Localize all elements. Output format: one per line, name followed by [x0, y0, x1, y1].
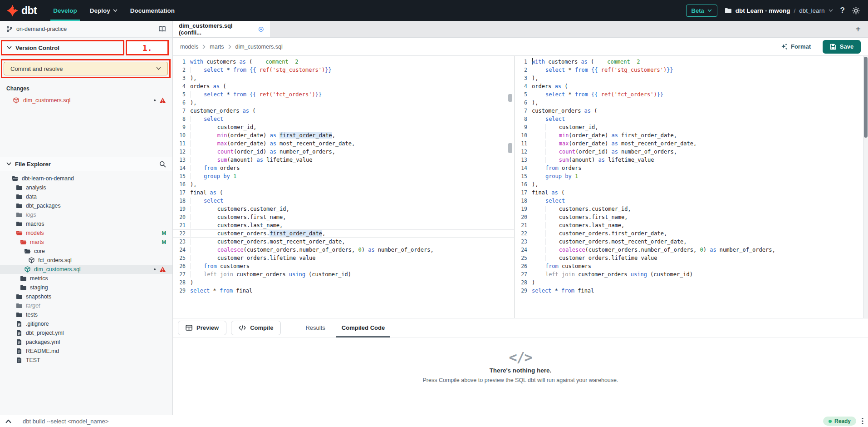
tree-item-dbt-packages[interactable]: dbt_packages [0, 201, 172, 210]
breadcrumb-item[interactable]: marts [210, 44, 224, 50]
commit-dropdown-chevron[interactable] [156, 67, 161, 70]
editor-pane-left[interactable]: 1with customers as ( -- comment 22 selec… [173, 56, 514, 318]
code-line[interactable]: 24 coalesce(customer_orders.number_of_or… [173, 246, 514, 254]
code-line[interactable]: 8 select [515, 115, 863, 123]
help-icon[interactable]: ? [840, 6, 845, 15]
code-line[interactable]: 3), [515, 74, 863, 82]
account-switcher[interactable]: dbt Learn - mwong / dbt_learn [725, 7, 833, 14]
code-line[interactable]: 17final as ( [515, 189, 863, 197]
tree-item-models[interactable]: modelsM [0, 228, 172, 238]
code-line[interactable]: 2 select * from {{ ref('stg_customers')}… [515, 66, 863, 74]
code-line[interactable]: 13 sum(amount) as lifetime_value [515, 156, 863, 164]
tab-compiled-code[interactable]: Compiled Code [336, 318, 390, 337]
search-icon[interactable] [159, 161, 166, 168]
tree-item-dbt-project-yml[interactable]: dbt_project.yml [0, 328, 172, 338]
code-line[interactable]: 16), [173, 180, 514, 189]
kebab-menu-icon[interactable] [862, 417, 863, 425]
code-line[interactable]: 27 left join customer_orders using (cust… [173, 270, 514, 278]
code-line[interactable]: 18 select [515, 197, 863, 205]
code-line[interactable]: 6), [173, 99, 514, 107]
code-line[interactable]: 25 customer_orders.lifetime_value [173, 254, 514, 262]
code-line[interactable]: 7customer_orders as ( [173, 107, 514, 115]
code-line[interactable]: 4orders as ( [173, 82, 514, 90]
tree-item-dbt-learn-on-demand[interactable]: dbt-learn-on-demand [0, 174, 172, 183]
tree-item-staging[interactable]: staging [0, 283, 172, 292]
code-line[interactable]: 15 group by 1 [515, 172, 863, 180]
dbt-logo[interactable]: dbt [6, 5, 37, 17]
breadcrumb-item[interactable]: dim_customers.sql [235, 44, 283, 50]
commit-and-resolve-button[interactable]: Commit and resolve [4, 62, 168, 75]
tab-results[interactable]: Results [300, 318, 330, 337]
code-line[interactable]: 18 select [173, 197, 514, 205]
tree-item-metrics[interactable]: metrics [0, 274, 172, 283]
code-line[interactable]: 3), [173, 74, 514, 82]
code-line[interactable]: 28) [173, 278, 514, 287]
code-line[interactable]: 14 from orders [515, 164, 863, 172]
save-button[interactable]: Save [823, 40, 861, 54]
code-line[interactable]: 10 min(order_date) as first_order_date, [515, 131, 863, 139]
editor-tab[interactable]: dim_customers.sql (confli... [173, 21, 270, 37]
code-line[interactable]: 11 max(order_date) as most_recent_order_… [173, 139, 514, 148]
tree-item-target[interactable]: target [0, 301, 172, 310]
code-line[interactable]: 13 sum(amount) as lifetime_value [173, 156, 514, 164]
nav-item-deploy[interactable]: Deploy [83, 0, 124, 21]
code-line[interactable]: 10 min(order_date) as first_order_date, [173, 131, 514, 139]
command-input[interactable]: dbt build --select <model_name> [23, 418, 108, 425]
tree-item-dim-customers-sql[interactable]: dim_customers.sql [0, 265, 172, 274]
code-line[interactable]: 27 left join customer_orders using (cust… [515, 270, 863, 278]
code-line[interactable]: 17final as ( [173, 189, 514, 197]
tree-item-fct-orders-sql[interactable]: fct_orders.sql [0, 256, 172, 265]
code-line[interactable]: 12 count(order_id) as number_of_orders, [515, 148, 863, 156]
nav-item-develop[interactable]: Develop [47, 0, 83, 21]
beta-button[interactable]: Beta [686, 5, 717, 17]
tree-item-test[interactable]: TEST [0, 356, 172, 365]
code-line[interactable]: 1with customers as ( -- comment 2 [173, 58, 514, 66]
editor-scrollbar[interactable] [863, 56, 868, 318]
docs-book-icon[interactable] [158, 26, 166, 32]
code-line[interactable]: 15 group by 1 [173, 172, 514, 180]
tree-item-core[interactable]: core [0, 247, 172, 256]
tree-item--gitignore[interactable]: .gitignore [0, 319, 172, 328]
code-line[interactable]: 2 select * from {{ ref('stg_customers')}… [173, 66, 514, 74]
compile-button[interactable]: Compile [231, 321, 281, 335]
code-line[interactable]: 12 count(order_id) as number_of_orders, [173, 148, 514, 156]
new-tab-button[interactable]: + [855, 25, 861, 34]
code-line[interactable]: 8 select [173, 115, 514, 123]
tree-item-marts[interactable]: martsM [0, 238, 172, 247]
code-line[interactable]: 5 select * from {{ ref('fct_orders')}} [173, 90, 514, 99]
nav-item-documentation[interactable]: Documentation [124, 0, 181, 21]
code-line[interactable]: 29select * from final [515, 287, 863, 295]
file-explorer-header[interactable]: File Explorer [0, 157, 172, 171]
code-line[interactable]: 26 from customers [515, 262, 863, 270]
left-pane-scrollbar-thumb[interactable] [508, 94, 512, 102]
code-line[interactable]: 26 from customers [173, 262, 514, 270]
branch-row[interactable]: on-demand-practice [0, 21, 172, 38]
code-line[interactable]: 6), [515, 99, 863, 107]
code-line[interactable]: 21 customers.last_name, [173, 221, 514, 229]
code-line[interactable]: 22 customer_orders.first_order_date, [515, 229, 863, 238]
format-button[interactable]: Format [780, 43, 811, 50]
code-line[interactable]: 7customer_orders as ( [515, 107, 863, 115]
code-line[interactable]: 19 customers.customer_id, [515, 205, 863, 213]
code-line[interactable]: 22 customer_orders.first_order_date, [173, 229, 514, 238]
tree-item-packages-yml[interactable]: packages.yml [0, 338, 172, 347]
code-line[interactable]: 4orders as ( [515, 82, 863, 90]
tree-item-tests[interactable]: tests [0, 310, 172, 319]
code-line[interactable]: 9 customer_id, [515, 123, 863, 131]
code-line[interactable]: 25 customer_orders.lifetime_value [515, 254, 863, 262]
code-line[interactable]: 11 max(order_date) as most_recent_order_… [515, 139, 863, 148]
code-line[interactable]: 20 customers.first_name, [173, 213, 514, 221]
preview-button[interactable]: Preview [178, 321, 226, 335]
code-line[interactable]: 28) [515, 278, 863, 287]
code-line[interactable]: 29select * from final [173, 287, 514, 295]
expand-command-bar-icon[interactable] [5, 419, 11, 423]
tree-item-macros[interactable]: macros [0, 219, 172, 228]
tree-item-snapshots[interactable]: snapshots [0, 292, 172, 301]
code-line[interactable]: 16), [515, 180, 863, 189]
code-line[interactable]: 1with customers as ( -- comment 2 [515, 58, 863, 66]
code-line[interactable]: 9 customer_id, [173, 123, 514, 131]
code-line[interactable]: 14 from orders [173, 164, 514, 172]
code-line[interactable]: 23 customer_orders.most_recent_order_dat… [515, 238, 863, 246]
code-line[interactable]: 5 select * from {{ ref('fct_orders')}} [515, 90, 863, 99]
editor-pane-right[interactable]: 1with customers as ( -- comment 22 selec… [514, 56, 863, 318]
